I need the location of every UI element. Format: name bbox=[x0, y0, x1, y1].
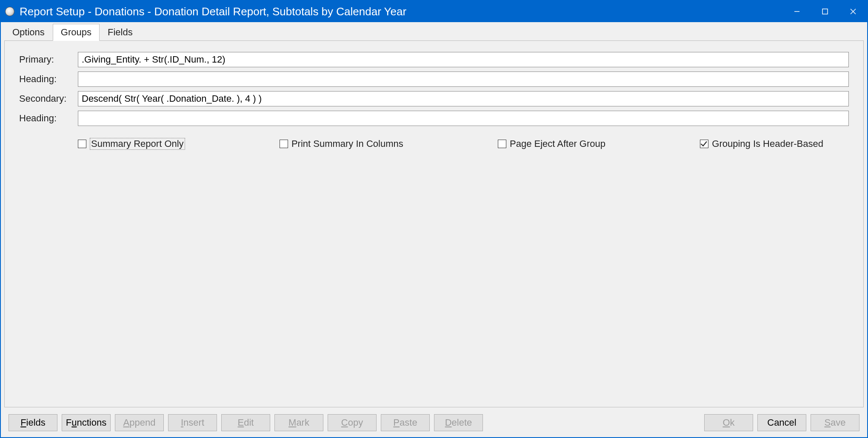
maximize-button[interactable] bbox=[811, 1, 839, 22]
append-button[interactable]: Append bbox=[115, 414, 164, 431]
heading1-label: Heading: bbox=[19, 74, 78, 85]
svg-rect-1 bbox=[822, 9, 828, 14]
tab-groups[interactable]: Groups bbox=[53, 24, 100, 41]
mark-button[interactable]: Mark bbox=[274, 414, 323, 431]
heading2-label: Heading: bbox=[19, 113, 78, 124]
tab-row: Options Groups Fields bbox=[1, 22, 867, 41]
checkbox-icon bbox=[498, 140, 506, 148]
functions-button[interactable]: Functions bbox=[62, 414, 111, 431]
heading1-input[interactable] bbox=[78, 72, 849, 87]
header-based-checkbox[interactable]: Grouping Is Header-Based bbox=[700, 138, 823, 150]
paste-button[interactable]: Paste bbox=[381, 414, 430, 431]
cancel-button[interactable]: Cancel bbox=[757, 414, 806, 431]
summary-only-label: Summary Report Only bbox=[90, 138, 185, 150]
fields-button[interactable]: Fields bbox=[9, 414, 57, 431]
checkbox-icon bbox=[280, 140, 288, 148]
ok-button[interactable]: Ok bbox=[704, 414, 753, 431]
page-eject-checkbox[interactable]: Page Eject After Group bbox=[498, 138, 605, 150]
tab-options[interactable]: Options bbox=[4, 24, 53, 41]
app-icon bbox=[5, 7, 14, 16]
insert-button[interactable]: Insert bbox=[168, 414, 217, 431]
minimize-button[interactable] bbox=[783, 1, 811, 22]
checkbox-row: Summary Report Only Print Summary In Col… bbox=[19, 138, 849, 150]
window-controls bbox=[783, 1, 867, 22]
page-eject-label: Page Eject After Group bbox=[510, 138, 605, 149]
heading2-input[interactable] bbox=[78, 111, 849, 126]
primary-label: Primary: bbox=[19, 54, 78, 65]
print-columns-label: Print Summary In Columns bbox=[291, 138, 403, 149]
close-button[interactable] bbox=[839, 1, 867, 22]
secondary-label: Secondary: bbox=[19, 93, 78, 104]
print-columns-checkbox[interactable]: Print Summary In Columns bbox=[280, 138, 403, 150]
summary-only-checkbox[interactable]: Summary Report Only bbox=[78, 138, 185, 150]
tab-fields[interactable]: Fields bbox=[100, 24, 141, 41]
button-bar: Fields Functions Append Insert Edit Mark… bbox=[1, 411, 867, 437]
edit-button[interactable]: Edit bbox=[221, 414, 270, 431]
titlebar: Report Setup - Donations - Donation Deta… bbox=[1, 1, 867, 22]
primary-input[interactable] bbox=[78, 52, 849, 67]
checkbox-icon bbox=[700, 140, 708, 148]
dialog-window: Report Setup - Donations - Donation Deta… bbox=[0, 0, 868, 438]
save-button[interactable]: Save bbox=[811, 414, 859, 431]
checkbox-icon bbox=[78, 140, 86, 148]
header-based-label: Grouping Is Header-Based bbox=[712, 138, 823, 149]
delete-button[interactable]: Delete bbox=[434, 414, 483, 431]
copy-button[interactable]: Copy bbox=[328, 414, 377, 431]
window-title: Report Setup - Donations - Donation Deta… bbox=[20, 5, 783, 18]
groups-panel: Primary: Heading: Secondary: Heading: Su… bbox=[4, 40, 864, 407]
secondary-input[interactable] bbox=[78, 91, 849, 106]
